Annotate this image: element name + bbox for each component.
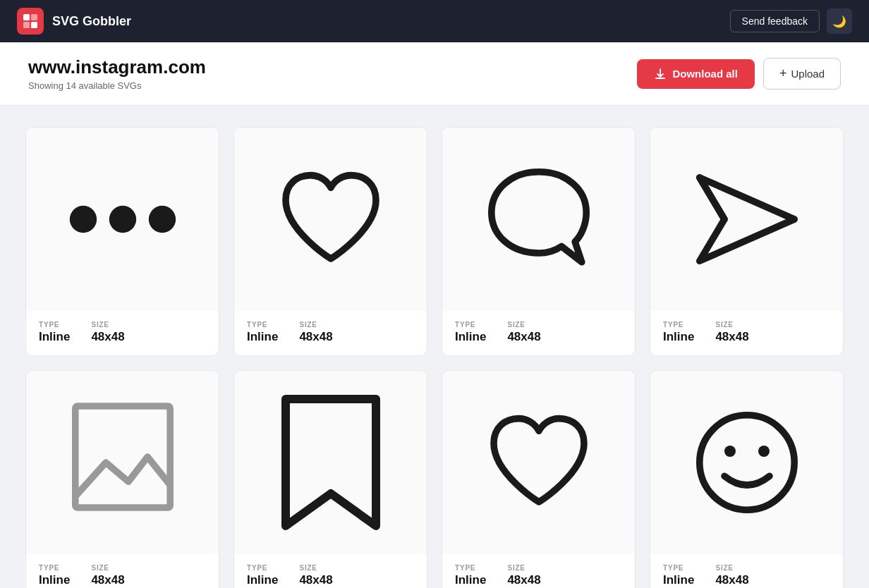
svg-rect-9	[75, 406, 169, 508]
svg-point-12	[724, 446, 736, 457]
svg-preview-7	[442, 371, 635, 554]
main-content: TYPE Inline SIZE 48x48 TYPE Inline	[0, 106, 869, 588]
download-all-button[interactable]: Download all	[637, 59, 755, 89]
type-label: TYPE	[455, 321, 486, 329]
svg-card-4[interactable]: TYPE Inline SIZE 48x48	[650, 127, 844, 356]
size-value: 48x48	[507, 573, 540, 587]
upload-button[interactable]: + Upload	[763, 58, 841, 90]
svg-preview-2	[234, 128, 427, 311]
svg-preview-4	[650, 128, 843, 311]
header-right: Send feedback 🌙	[730, 8, 852, 34]
size-label: SIZE	[299, 564, 332, 572]
header: SVG Gobbler Send feedback 🌙	[0, 0, 869, 42]
svg-card-2[interactable]: TYPE Inline SIZE 48x48	[233, 127, 427, 356]
type-label: TYPE	[663, 321, 694, 329]
svg-preview-5	[26, 371, 219, 554]
svg-marker-7	[699, 178, 794, 261]
type-value: Inline	[39, 573, 70, 587]
svg-rect-2	[23, 22, 30, 28]
svg-rect-1	[31, 14, 37, 20]
svg-point-13	[758, 446, 770, 457]
type-meta: TYPE Inline	[455, 564, 486, 587]
svg-meta-5: TYPE Inline SIZE 48x48	[26, 554, 219, 588]
plus-icon: +	[779, 66, 787, 81]
svg-meta-1: TYPE Inline SIZE 48x48	[26, 311, 219, 355]
size-label: SIZE	[507, 564, 540, 572]
image-placeholder-icon	[66, 400, 179, 525]
size-label: SIZE	[507, 321, 540, 329]
dots-icon	[66, 197, 179, 242]
type-meta: TYPE Inline	[455, 321, 486, 344]
size-label: SIZE	[91, 564, 124, 572]
size-meta: SIZE 48x48	[715, 564, 748, 587]
svg-preview-3	[442, 128, 635, 311]
size-value: 48x48	[507, 330, 540, 344]
svg-meta-4: TYPE Inline SIZE 48x48	[650, 311, 843, 355]
type-label: TYPE	[39, 321, 70, 329]
svg-preview-1	[26, 128, 219, 311]
svg-card-8[interactable]: TYPE Inline SIZE 48x48	[650, 370, 844, 588]
bookmark-icon	[274, 392, 387, 533]
svg-meta-3: TYPE Inline SIZE 48x48	[442, 311, 635, 355]
size-value: 48x48	[715, 330, 748, 344]
size-value: 48x48	[715, 573, 748, 587]
size-value: 48x48	[299, 330, 332, 344]
size-meta: SIZE 48x48	[299, 321, 332, 344]
site-info: www.instagram.com Showing 14 available S…	[28, 56, 206, 91]
send-feedback-button[interactable]: Send feedback	[730, 10, 820, 32]
logo-text: SVG Gobbler	[52, 14, 131, 29]
type-value: Inline	[39, 330, 70, 344]
size-meta: SIZE 48x48	[299, 564, 332, 587]
size-value: 48x48	[299, 573, 332, 587]
type-label: TYPE	[663, 564, 694, 572]
logo-icon	[17, 8, 44, 35]
smiley-icon	[691, 406, 803, 519]
header-left: SVG Gobbler	[17, 8, 131, 35]
size-meta: SIZE 48x48	[507, 321, 540, 344]
type-value: Inline	[663, 330, 694, 344]
svg-meta-2: TYPE Inline SIZE 48x48	[234, 311, 427, 355]
download-all-label: Download all	[672, 68, 738, 80]
svg-card-5[interactable]: TYPE Inline SIZE 48x48	[25, 370, 219, 588]
type-value: Inline	[663, 573, 694, 587]
svg-meta-6: TYPE Inline SIZE 48x48	[234, 554, 427, 588]
site-subtitle: Showing 14 available SVGs	[28, 80, 206, 91]
type-meta: TYPE Inline	[247, 321, 278, 344]
upload-label: Upload	[791, 68, 825, 80]
svg-meta-7: TYPE Inline SIZE 48x48	[442, 554, 635, 588]
sub-header-actions: Download all + Upload	[637, 58, 841, 90]
type-value: Inline	[247, 573, 278, 587]
type-label: TYPE	[39, 564, 70, 572]
size-meta: SIZE 48x48	[507, 564, 540, 587]
moon-icon: 🌙	[832, 15, 846, 28]
type-meta: TYPE Inline	[39, 321, 70, 344]
type-value: Inline	[455, 573, 486, 587]
size-value: 48x48	[91, 573, 124, 587]
svg-point-5	[109, 206, 135, 233]
sub-header: www.instagram.com Showing 14 available S…	[0, 42, 869, 106]
svg-point-4	[69, 206, 96, 233]
size-meta: SIZE 48x48	[91, 321, 124, 344]
send-icon	[691, 169, 803, 270]
size-meta: SIZE 48x48	[715, 321, 748, 344]
svg-card-3[interactable]: TYPE Inline SIZE 48x48	[442, 127, 636, 356]
dark-mode-button[interactable]: 🌙	[827, 8, 852, 34]
svg-point-11	[699, 415, 794, 510]
svg-card-7[interactable]: TYPE Inline SIZE 48x48	[442, 370, 636, 588]
svg-meta-8: TYPE Inline SIZE 48x48	[650, 554, 843, 588]
type-value: Inline	[455, 330, 486, 344]
size-label: SIZE	[91, 321, 124, 329]
type-value: Inline	[247, 330, 278, 344]
svg-card-6[interactable]: TYPE Inline SIZE 48x48	[233, 370, 427, 588]
svg-preview-6	[234, 371, 427, 554]
size-label: SIZE	[715, 564, 748, 572]
svg-marker-10	[286, 399, 376, 526]
type-meta: TYPE Inline	[39, 564, 70, 587]
svg-grid: TYPE Inline SIZE 48x48 TYPE Inline	[25, 127, 844, 588]
svg-rect-3	[31, 22, 37, 28]
type-meta: TYPE Inline	[247, 564, 278, 587]
size-label: SIZE	[715, 321, 748, 329]
svg-card-1[interactable]: TYPE Inline SIZE 48x48	[25, 127, 219, 356]
heart-outline-icon	[274, 169, 387, 270]
size-meta: SIZE 48x48	[91, 564, 124, 587]
